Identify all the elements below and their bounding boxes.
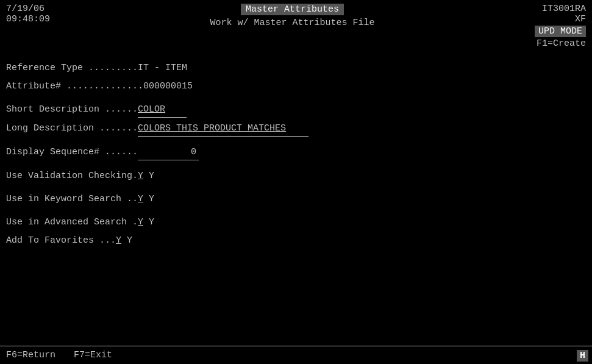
display-seq-label: Display Sequence# ...... [6, 145, 138, 160]
screen: 7/19/06 09:48:09 Master Attributes Work … [0, 0, 592, 364]
f7-exit[interactable]: F7=Exit [74, 350, 112, 360]
bottom-bar: F6=Return F7=Exit H [0, 346, 592, 364]
reference-type-row: Reference Type ......... IT - ITEM [6, 61, 586, 76]
program-id: IT3001RA [542, 4, 586, 14]
screen-indicator: H [577, 350, 588, 362]
validation-row: Use Validation Checking. Y Y [6, 169, 586, 184]
f1-create-label: F1=Create [537, 38, 586, 49]
form-area: Reference Type ......... IT - ITEM Attri… [6, 61, 586, 248]
attribute-value: 000000015 [143, 79, 193, 94]
display-seq-field[interactable]: 0 [138, 145, 199, 160]
favorites-value: Y [127, 234, 132, 248]
validation-label: Use Validation Checking. [6, 169, 138, 184]
top-left: 7/19/06 09:48:09 [6, 4, 50, 24]
top-right: IT3001RA XF UPD MODE F1=Create [535, 4, 586, 49]
top-bar: 7/19/06 09:48:09 Master Attributes Work … [6, 4, 586, 49]
f6-return[interactable]: F6=Return [6, 350, 55, 360]
keyword-row: Use in Keyword Search .. Y Y [6, 192, 586, 207]
display-seq-row: Display Sequence# ...... 0 [6, 145, 586, 160]
top-center: Master Attributes Work w/ Master Attribu… [50, 4, 535, 28]
keyword-value: Y [149, 192, 154, 207]
validation-char[interactable]: Y [138, 169, 143, 184]
reference-type-label: Reference Type ......... [6, 61, 138, 76]
attribute-row: Attribute# .............. 000000015 [6, 79, 586, 94]
long-desc-row: Long Description ....... COLORS THIS PRO… [6, 121, 586, 137]
advanced-value: Y [149, 215, 154, 230]
long-desc-label: Long Description ....... [6, 121, 138, 136]
favorites-label: Add To Favorites ... [6, 234, 116, 248]
advanced-row: Use in Advanced Search . Y Y [6, 215, 586, 230]
long-desc-field[interactable]: COLORS THIS PRODUCT MATCHES [138, 121, 308, 137]
short-desc-row: Short Description ...... COLOR [6, 102, 586, 118]
mode-code: XF [575, 14, 586, 24]
validation-value: Y [149, 169, 154, 184]
page-title: Master Attributes [241, 4, 344, 15]
reference-type-value: IT - ITEM [138, 61, 187, 76]
advanced-label: Use in Advanced Search . [6, 215, 138, 230]
subtitle: Work w/ Master Attributes File [50, 18, 535, 28]
upd-mode-badge: UPD MODE [535, 26, 586, 37]
short-desc-field[interactable]: COLOR [138, 102, 187, 118]
date: 7/19/06 [6, 4, 50, 14]
time: 09:48:09 [6, 14, 50, 24]
favorites-row: Add To Favorites ... Y Y [6, 234, 586, 248]
advanced-char[interactable]: Y [138, 215, 143, 230]
favorites-char[interactable]: Y [116, 234, 121, 248]
short-desc-label: Short Description ...... [6, 102, 138, 117]
keyword-label: Use in Keyword Search .. [6, 192, 138, 207]
attribute-label: Attribute# .............. [6, 79, 143, 94]
keyword-char[interactable]: Y [138, 192, 143, 207]
